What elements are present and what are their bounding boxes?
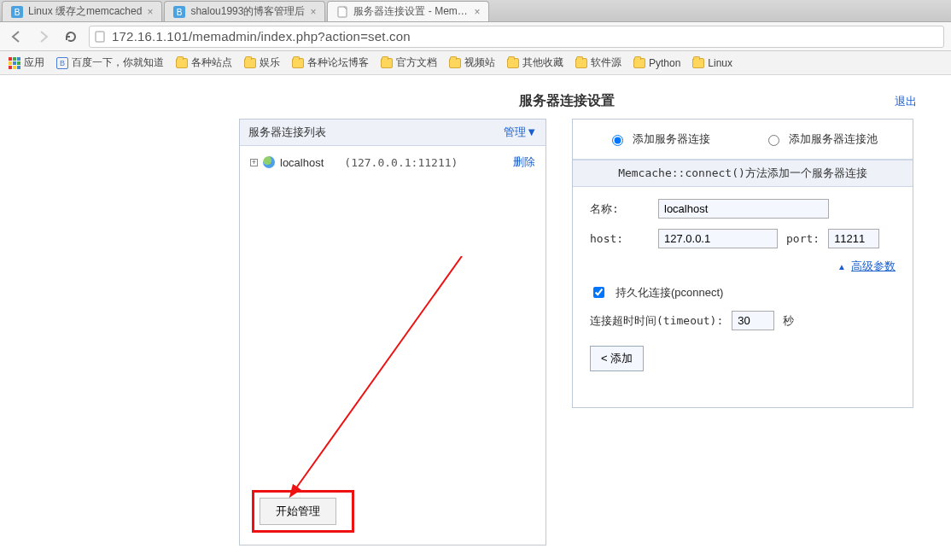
server-list-head: 服务器连接列表 管理▼: [240, 120, 546, 146]
radio-add-pool-input[interactable]: [768, 135, 779, 146]
manage-dropdown[interactable]: 管理▼: [504, 125, 537, 140]
port-input[interactable]: [828, 229, 879, 248]
page-header: 服务器连接设置 退出: [239, 92, 917, 110]
expand-icon[interactable]: +: [250, 159, 258, 166]
apps-shortcut[interactable]: 应用: [9, 55, 44, 70]
tab-title: shalou1993的博客管理后: [190, 4, 305, 19]
page-title: 服务器连接设置: [239, 92, 895, 110]
bookmark-folder[interactable]: 各种站点: [176, 55, 232, 70]
browser-tab[interactable]: B Linux 缓存之memcached ×: [2, 1, 162, 21]
url-text: 172.16.1.101/memadmin/index.php?action=s…: [112, 29, 411, 44]
folder-icon: [575, 58, 587, 68]
server-list-panel: 服务器连接列表 管理▼ + localhost (127.0.0.1:11211…: [239, 119, 546, 545]
seconds-label: 秒: [783, 313, 794, 329]
bookmark-folder[interactable]: Python: [633, 57, 680, 69]
address-bar: 172.16.1.101/memadmin/index.php?action=s…: [0, 22, 951, 51]
browser-tab-bar: B Linux 缓存之memcached × B shalou1993的博客管理…: [0, 0, 951, 22]
browser-tab-active[interactable]: 服务器连接设置 - MemAc ×: [327, 1, 489, 21]
apps-label: 应用: [24, 55, 44, 70]
folder-icon: [633, 58, 645, 68]
apps-icon: [9, 57, 20, 69]
baidu-icon: B: [56, 57, 68, 69]
bookmark-folder[interactable]: 官方文档: [381, 55, 437, 70]
folder-icon: [176, 58, 188, 68]
logout-link[interactable]: 退出: [895, 94, 917, 109]
bookmark-folder[interactable]: 娱乐: [244, 55, 280, 70]
bookmark-folder[interactable]: 各种论坛博客: [292, 55, 369, 70]
triangle-up-icon: ▲: [837, 262, 846, 271]
omnibox[interactable]: 172.16.1.101/memadmin/index.php?action=s…: [89, 26, 944, 48]
folder-icon: [381, 58, 393, 68]
svg-line-6: [291, 256, 462, 495]
pconnect-label: 持久化连接(pconnect): [616, 285, 723, 300]
server-name: localhost: [280, 156, 324, 169]
connection-form: 名称: host: port: ▲ 高级参数 持久化连接(pconnect): [573, 187, 913, 394]
radio-add-pool[interactable]: 添加服务器连接池: [764, 131, 878, 147]
timeout-label: 连接超时时间(timeout):: [590, 313, 723, 329]
favicon-blog-icon: B: [11, 6, 23, 18]
server-address: (127.0.0.1:11211): [344, 156, 458, 169]
start-manage-button[interactable]: 开始管理: [260, 498, 336, 525]
folder-icon: [507, 58, 519, 68]
bookmark-label: 百度一下，你就知道: [72, 55, 164, 70]
add-connection-panel: 添加服务器连接 添加服务器连接池 Memcache::connect()方法添加…: [572, 119, 913, 408]
annotation-arrow: [265, 256, 487, 529]
tab-title: 服务器连接设置 - MemAc: [353, 4, 469, 19]
reload-button[interactable]: [61, 27, 80, 46]
close-icon[interactable]: ×: [474, 6, 480, 18]
folder-icon: [449, 58, 461, 68]
method-caption: Memcache::connect()方法添加一个服务器连接: [573, 160, 913, 187]
close-icon[interactable]: ×: [310, 6, 316, 18]
bookmark-folder[interactable]: Linux: [692, 57, 732, 69]
name-input[interactable]: [658, 199, 829, 219]
host-input[interactable]: [658, 229, 778, 248]
folder-icon: [292, 58, 304, 68]
server-tree-item[interactable]: + localhost (127.0.0.1:11211) 删除: [250, 155, 535, 170]
bookmark-folder[interactable]: 软件源: [575, 55, 621, 70]
close-icon[interactable]: ×: [147, 6, 153, 18]
folder-icon: [244, 58, 256, 68]
advanced-params-link[interactable]: 高级参数: [851, 259, 896, 274]
bookmark-folder[interactable]: 视频站: [449, 55, 495, 70]
svg-rect-5: [96, 32, 104, 42]
pconnect-checkbox[interactable]: [593, 287, 604, 298]
browser-tab[interactable]: B shalou1993的博客管理后 ×: [164, 1, 325, 21]
page-icon: [95, 31, 107, 43]
port-label: port:: [786, 232, 820, 245]
host-label: host:: [590, 232, 650, 245]
start-manage-highlight: 开始管理: [252, 490, 354, 533]
favicon-page-icon: [336, 6, 348, 18]
bookmark-folder[interactable]: 其他收藏: [507, 55, 563, 70]
back-button[interactable]: [7, 27, 26, 46]
connection-type-radios: 添加服务器连接 添加服务器连接池: [573, 120, 913, 160]
server-list-title: 服务器连接列表: [248, 125, 326, 140]
svg-text:B: B: [177, 8, 183, 17]
timeout-input[interactable]: [732, 311, 774, 330]
svg-text:B: B: [15, 8, 20, 17]
name-label: 名称:: [590, 201, 650, 217]
bookmark-bar: 应用 B 百度一下，你就知道 各种站点 娱乐 各种论坛博客 官方文档 视频站 其…: [0, 51, 951, 75]
delete-link[interactable]: 删除: [513, 155, 535, 170]
tab-title: Linux 缓存之memcached: [28, 4, 142, 19]
server-tree: + localhost (127.0.0.1:11211) 删除: [240, 146, 546, 178]
favicon-blog-icon: B: [173, 6, 185, 18]
add-button[interactable]: < 添加: [590, 346, 644, 371]
bookmark-baidu[interactable]: B 百度一下，你就知道: [56, 55, 164, 70]
globe-icon: [263, 156, 275, 168]
forward-button[interactable]: [34, 27, 53, 46]
folder-icon: [692, 58, 704, 68]
radio-add-server[interactable]: 添加服务器连接: [608, 131, 710, 147]
radio-add-server-input[interactable]: [612, 135, 623, 146]
